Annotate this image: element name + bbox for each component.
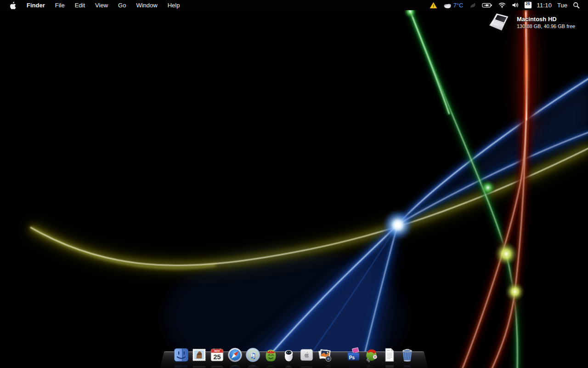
menu-active-app[interactable]: Finder [22,0,50,10]
itunes-icon: ♫ [244,346,261,363]
wifi-icon[interactable] [495,0,509,10]
menu-left: Finder FileEditViewGoWindowHelp [0,0,185,10]
calendar-menu-widget[interactable]: 25 [522,0,534,10]
green-monster-icon [262,346,279,363]
menu-window[interactable]: Window [131,0,162,10]
apple-logo-icon [9,1,16,9]
menu-status-area: ! 7°C [427,0,588,10]
dock-item-green-monster[interactable] [262,346,279,363]
weather-temp: 7°C [453,2,464,9]
weather-cloud-icon [443,2,452,9]
svg-text:25: 25 [213,353,220,361]
menu-bar: Finder FileEditViewGoWindowHelp ! 7°C [0,0,588,10]
menu-edit[interactable]: Edit [70,0,90,10]
dock-item-iphoto[interactable] [316,346,333,363]
menu-weekday[interactable]: Tue [554,0,570,10]
menu-clock[interactable]: 11:10 [534,0,555,10]
weather-widget[interactable]: 7°C [440,0,466,10]
wallpaper-light-streaks [0,0,588,368]
svg-text:!: ! [433,3,434,8]
bird-icon[interactable] [466,0,479,10]
desktop: Finder FileEditViewGoWindowHelp ! 7°C [0,0,588,368]
menu-file[interactable]: File [50,0,70,10]
apple-device-icon [298,346,315,363]
trash-icon [399,346,416,363]
clock-time: 11:10 [537,2,552,9]
dock-item-ical[interactable]: NOV 25 NOV 25 [209,346,226,363]
dock: NOV 25 NOV 25 ♫ [160,339,428,368]
svg-text:Ps: Ps [349,355,355,360]
dock-item-green-gadget[interactable] [363,346,380,363]
dock-item-photoshop[interactable]: Ps Ps [345,346,362,363]
green-gadget-icon [363,346,380,363]
weekday-label: Tue [557,2,567,9]
warning-icon[interactable]: ! [427,0,440,10]
svg-text:NOV: NOV [214,350,220,352]
volume-info: 130.88 GB, 40.96 GB free [517,23,575,29]
calendar-day: 25 [525,2,531,6]
dock-item-itunes[interactable]: ♫ ♫ [244,346,261,363]
apple-menu[interactable] [0,0,22,10]
dock-item-eve-robot[interactable] [280,346,297,363]
finder-icon [173,346,190,363]
ical-icon: NOV 25 [209,346,226,363]
menu-help[interactable]: Help [163,0,185,10]
volume-label: Macintosh HD 130.88 GB, 40.96 GB free [517,16,575,29]
eve-robot-icon [280,346,297,363]
desktop-volume-macintosh-hd[interactable]: Macintosh HD 130.88 GB, 40.96 GB free [489,13,575,32]
textedit-icon [381,346,398,363]
macbook-icon [489,13,511,32]
dock-item-trash[interactable] [399,346,416,363]
iphoto-icon [316,346,333,363]
safari-icon [226,346,243,363]
volume-name: Macintosh HD [517,16,575,23]
dock-items: NOV 25 NOV 25 ♫ [160,346,428,363]
spotlight-icon [573,2,580,9]
dock-separator [334,346,344,363]
dock-item-textedit[interactable] [381,346,398,363]
spotlight-button[interactable] [570,0,582,10]
dock-item-finder[interactable] [173,346,190,363]
volume-icon[interactable] [509,0,522,10]
svg-text:♫: ♫ [249,351,256,360]
calendar-icon: 25 [525,2,531,8]
photoshop-folder-icon: Ps [345,346,362,363]
dock-item-apple-device[interactable] [298,346,315,363]
dock-item-safari[interactable] [226,346,243,363]
menu-view[interactable]: View [90,0,113,10]
dock-item-mail[interactable] [191,346,208,363]
mail-icon [191,346,208,363]
battery-charging-icon[interactable] [479,0,495,10]
menu-go[interactable]: Go [113,0,131,10]
